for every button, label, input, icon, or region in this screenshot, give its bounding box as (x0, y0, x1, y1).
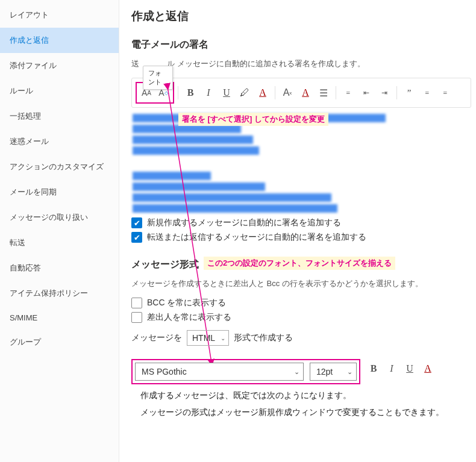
clear-format-button[interactable]: Ax (279, 84, 296, 101)
checked-icon: ✔ (131, 232, 142, 243)
compose-prefix: メッセージを (131, 332, 182, 343)
bold-button[interactable]: B (365, 360, 382, 377)
sidebar-item-customize-actions[interactable]: アクションのカスタマイズ (0, 154, 119, 179)
checkbox-show-from[interactable]: 差出人を常に表示する (131, 312, 471, 323)
chevron-down-icon: ⌄ (221, 335, 225, 342)
bullets-button[interactable]: ☰ (315, 84, 332, 101)
callout-match-font: この2つの設定のフォント、フォントサイズを揃える (204, 257, 395, 270)
compose-suffix: 形式で作成する (234, 332, 293, 343)
checkbox-show-bcc[interactable]: BCC を常に表示する (131, 298, 471, 308)
bold-button[interactable]: B (182, 84, 199, 101)
align-left-button[interactable]: ≡ (419, 84, 436, 101)
checkbox-label: BCC を常に表示する (147, 298, 226, 308)
highlight-button[interactable]: 🖊 (236, 84, 253, 101)
compose-format-select[interactable]: HTML ⌄ (187, 330, 229, 346)
toolbar-separator (336, 86, 336, 99)
chevron-down-icon: ⌄ (294, 368, 299, 376)
sidebar-item-compose-reply[interactable]: 作成と返信 (0, 28, 119, 53)
page-title: 作成と返信 (131, 8, 471, 24)
callout-select-all: 署名を [すべて選択] してから設定を変更 (178, 113, 328, 126)
default-font-select[interactable]: MS PGothic ⌄ (135, 363, 304, 381)
font-color-button[interactable]: A (419, 360, 436, 377)
unchecked-icon (131, 298, 142, 308)
format-desc: メッセージを作成するときに差出人と Bcc の行を表示するかどうかを選択します。 (131, 278, 471, 289)
sidebar-item-smime[interactable]: S/MIME (0, 306, 119, 329)
sidebar-item-message-handling[interactable]: メッセージの取り扱い (0, 205, 119, 230)
sidebar-item-sync-mail[interactable]: メールを同期 (0, 179, 119, 205)
sidebar-item-forwarding[interactable]: 転送 (0, 230, 119, 255)
font-color-2-button[interactable]: A (297, 84, 314, 101)
checked-icon: ✔ (131, 217, 142, 228)
checkbox-label: 差出人を常に表示する (147, 312, 231, 323)
sidebar-item-rules[interactable]: ルール (0, 78, 119, 104)
format-note-1: 作成するメッセージは、既定では次のようになります。 (140, 390, 471, 401)
signature-editor[interactable]: 署名を [すべて選択] してから設定を変更 (131, 111, 471, 214)
quote-button[interactable]: ” (401, 84, 418, 101)
sidebar-item-groups[interactable]: グループ (0, 329, 119, 355)
sidebar-item-attachments[interactable]: 添付ファイル (0, 53, 119, 78)
outdent-button[interactable]: ⇤ (358, 84, 375, 101)
unchecked-icon (131, 312, 142, 323)
signature-desc: 送 信する ル メッセージに自動的に追加される署名を作成します。 (131, 58, 471, 69)
checkbox-label: 新規作成するメッセージに自動的に署名を追加する (147, 217, 341, 228)
underline-button[interactable]: U (218, 84, 235, 101)
message-format-section: メッセージ形式 メッセージを作成するときに差出人と Bcc の行を表示するかどう… (131, 258, 471, 418)
checkbox-new-message-signature[interactable]: ✔ 新規作成するメッセージに自動的に署名を追加する (131, 217, 471, 228)
format-note-2: メッセージの形式はメッセージ新規作成ウィンドウで変更することもできます。 (140, 407, 471, 418)
align-center-button[interactable]: ≡ (437, 84, 454, 101)
signature-desc-prefix: 送 (131, 59, 139, 68)
font-size-highlight-box: MS PGothic ⌄ 12pt ⌄ (131, 359, 360, 384)
sidebar-item-layout[interactable]: レイアウト (0, 2, 119, 28)
sidebar-item-junk[interactable]: 迷惑メール (0, 129, 119, 154)
checkbox-reply-forward-signature[interactable]: ✔ 転送または返信するメッセージに自動的に署名を追加する (131, 232, 471, 243)
sidebar-item-sweep[interactable]: 一括処理 (0, 104, 119, 129)
sidebar-item-retention[interactable]: アイテム保持ポリシー (0, 281, 119, 306)
numbered-list-button[interactable]: ≡ (340, 84, 357, 101)
font-tooltip: フォント (143, 66, 173, 90)
signature-desc-suffix: ル メッセージに自動的に追加される署名を作成します。 (167, 59, 365, 68)
format-mini-toolbar: B I U A (365, 360, 436, 377)
compose-format-row: メッセージを HTML ⌄ 形式で作成する (131, 330, 471, 346)
settings-sidebar: レイアウト 作成と返信 添付ファイル ルール 一括処理 迷惑メール アクションの… (0, 0, 119, 462)
signature-toolbar: フォント AA A◇ B I U 🖊 A Ax A ☰ ≡ ⇤ ⇥ ” (131, 78, 471, 108)
default-size-value: 12pt (316, 367, 333, 376)
checkbox-label: 転送または返信するメッセージに自動的に署名を追加する (147, 232, 366, 243)
underline-button[interactable]: U (401, 360, 418, 377)
italic-button[interactable]: I (383, 360, 400, 377)
toolbar-separator (178, 86, 178, 99)
toolbar-separator (396, 86, 397, 99)
chevron-down-icon: ⌄ (347, 368, 352, 376)
toolbar-separator (275, 86, 275, 99)
indent-button[interactable]: ⇥ (376, 84, 393, 101)
compose-format-value: HTML (192, 333, 215, 343)
font-buttons-highlight: フォント AA A◇ (136, 82, 174, 104)
sidebar-item-auto-reply[interactable]: 自動応答 (0, 255, 119, 281)
font-color-button[interactable]: A (254, 84, 271, 101)
default-font-value: MS PGothic (142, 367, 187, 376)
italic-button[interactable]: I (200, 84, 217, 101)
main-content: 作成と返信 電子メールの署名 送 信する ル メッセージに自動的に追加される署名… (119, 0, 476, 462)
signature-section: 電子メールの署名 送 信する ル メッセージに自動的に追加される署名を作成します… (131, 39, 471, 243)
signature-heading: 電子メールの署名 (131, 39, 471, 51)
default-size-select[interactable]: 12pt ⌄ (310, 363, 357, 381)
